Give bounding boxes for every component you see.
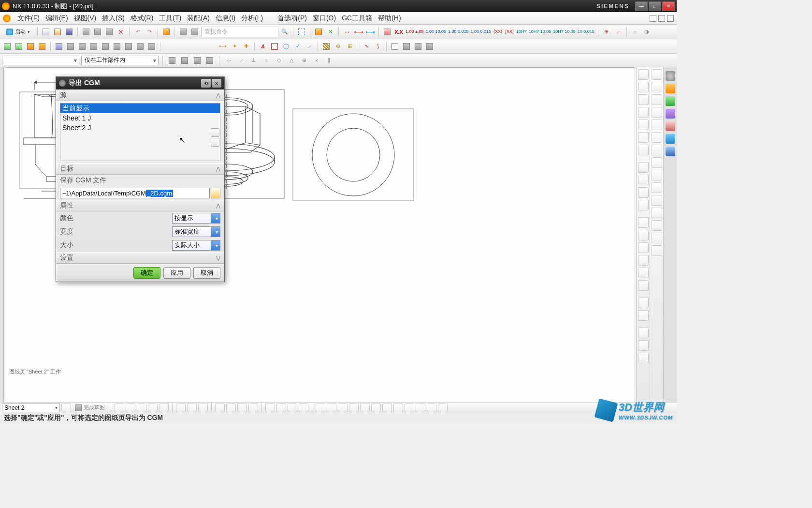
rtool-2[interactable] xyxy=(638,82,649,92)
start-button[interactable]: 启动▾ xyxy=(2,27,34,37)
sel-3[interactable] xyxy=(192,55,203,66)
sk-con5[interactable] xyxy=(360,403,370,412)
tol-1[interactable]: 1.00 ±.05 xyxy=(405,27,424,37)
mdi-restore-icon[interactable] xyxy=(658,15,665,22)
dim-plus[interactable]: ✚ xyxy=(241,41,251,52)
ok-button[interactable]: 确定 xyxy=(133,267,160,279)
prop-size-combo[interactable]: 实际大小 xyxy=(172,240,220,251)
wcs-button[interactable]: ⤭ xyxy=(325,27,335,37)
cancel-button[interactable]: 取消 xyxy=(193,267,220,279)
assy-5[interactable] xyxy=(100,41,111,52)
rtool2-4[interactable] xyxy=(652,107,662,118)
tool-b[interactable] xyxy=(178,27,188,37)
assy-9[interactable] xyxy=(146,41,157,52)
menu-assembly[interactable]: 装配(A) xyxy=(184,14,213,23)
snap-3[interactable]: ⊥ xyxy=(248,55,259,66)
sk-dim2[interactable] xyxy=(276,403,286,412)
rtool2-8[interactable] xyxy=(652,157,662,168)
rtool2-15[interactable] xyxy=(652,245,662,256)
cut-button[interactable] xyxy=(81,27,91,37)
rtool-5[interactable] xyxy=(638,120,649,130)
bbtn-1[interactable] xyxy=(61,403,71,412)
table-2[interactable] xyxy=(401,41,412,52)
rtool2-3[interactable] xyxy=(652,94,662,105)
view-2[interactable] xyxy=(14,41,24,52)
text-A[interactable]: A xyxy=(258,41,268,52)
sym-4[interactable]: ◑ xyxy=(641,27,652,37)
sk-circle[interactable] xyxy=(137,403,146,412)
balloon[interactable]: ◯ xyxy=(281,41,291,52)
res-2[interactable] xyxy=(666,84,675,93)
list-item[interactable]: Sheet 1 J xyxy=(60,113,220,123)
rtool2-6[interactable] xyxy=(652,132,662,143)
mdi-close-icon[interactable] xyxy=(667,15,674,22)
rtool-8[interactable] xyxy=(638,162,649,173)
sk-spline[interactable] xyxy=(148,403,158,412)
sym-1[interactable]: ⊕ xyxy=(601,27,612,37)
rtool-19[interactable] xyxy=(638,310,649,321)
minimize-button[interactable]: — xyxy=(635,1,648,11)
delete-button[interactable]: ✕ xyxy=(116,27,126,37)
rtool-6[interactable] xyxy=(638,132,649,143)
new-button[interactable] xyxy=(41,27,51,37)
menu-window[interactable]: 窗口(O) xyxy=(310,14,339,23)
rtool2-12[interactable] xyxy=(652,208,662,218)
paste-button[interactable] xyxy=(104,27,115,37)
source-listbox[interactable]: 当前显示 Sheet 1 J Sheet 2 J xyxy=(60,103,220,161)
table-1[interactable] xyxy=(390,41,400,52)
sk-arc[interactable] xyxy=(126,403,135,412)
sk-dim4[interactable] xyxy=(299,403,308,412)
rtool-15[interactable] xyxy=(638,255,649,266)
assy-1[interactable] xyxy=(54,41,64,52)
sel-1[interactable] xyxy=(167,55,177,66)
snap-1[interactable]: ⊹ xyxy=(223,55,234,66)
rtool-12[interactable] xyxy=(638,217,649,228)
finish-sketch-button[interactable]: 完成草图 xyxy=(72,403,107,413)
tol-10[interactable]: 10 0.015 xyxy=(577,27,595,37)
rtool-7[interactable] xyxy=(638,145,649,155)
rtool2-9[interactable] xyxy=(652,170,662,180)
menu-tools[interactable]: 工具(T) xyxy=(156,14,184,23)
rtool-14[interactable] xyxy=(638,242,649,253)
sk-dim3[interactable] xyxy=(288,403,297,412)
search-button[interactable]: 🔍 xyxy=(279,27,290,37)
tol-6[interactable]: [XX] xyxy=(504,27,515,37)
assy-4[interactable] xyxy=(88,41,99,52)
sk-con7[interactable] xyxy=(382,403,392,412)
sk-con11[interactable] xyxy=(427,403,436,412)
table-4[interactable] xyxy=(424,41,435,52)
res-6[interactable] xyxy=(666,134,675,144)
sk-line[interactable] xyxy=(115,403,124,412)
tol-5[interactable]: (XX) xyxy=(493,27,503,37)
rtool2-14[interactable] xyxy=(652,233,662,243)
mdi-minimize-icon[interactable] xyxy=(650,15,656,22)
menu-info[interactable]: 信息(I) xyxy=(213,14,238,23)
view-4[interactable] xyxy=(37,41,47,52)
sk-con2[interactable] xyxy=(327,403,336,412)
maximize-button[interactable]: □ xyxy=(649,1,661,11)
filter-type-combo[interactable] xyxy=(2,56,79,65)
menu-format[interactable]: 格式(R) xyxy=(128,14,156,23)
rtool-16[interactable] xyxy=(638,268,649,278)
menu-help[interactable]: 帮助(H) xyxy=(375,14,404,23)
sk-con6[interactable] xyxy=(371,403,381,412)
sk-trim[interactable] xyxy=(237,403,247,412)
save-button[interactable] xyxy=(64,27,74,37)
sk-dim1[interactable] xyxy=(265,403,275,412)
res-3[interactable] xyxy=(666,96,675,106)
assy-8[interactable] xyxy=(135,41,145,52)
sk-con8[interactable] xyxy=(393,403,403,412)
view-1[interactable] xyxy=(2,41,13,52)
section-target[interactable]: 目标⋀ xyxy=(56,163,224,175)
sk-chamfer[interactable] xyxy=(226,403,236,412)
gd-tool[interactable] xyxy=(382,27,392,37)
dialog-close-button[interactable]: ✕ xyxy=(212,79,221,88)
sheet-combo[interactable]: Sheet 2 xyxy=(2,403,60,412)
rtool2-13[interactable] xyxy=(652,220,662,231)
snap-5[interactable]: ◇ xyxy=(274,55,284,66)
tol-8[interactable]: 10H7 10.05 xyxy=(528,27,552,37)
open-button[interactable] xyxy=(52,27,63,37)
tool-a[interactable] xyxy=(161,27,172,37)
sk-fillet[interactable] xyxy=(215,403,225,412)
layer-button[interactable] xyxy=(313,27,324,37)
